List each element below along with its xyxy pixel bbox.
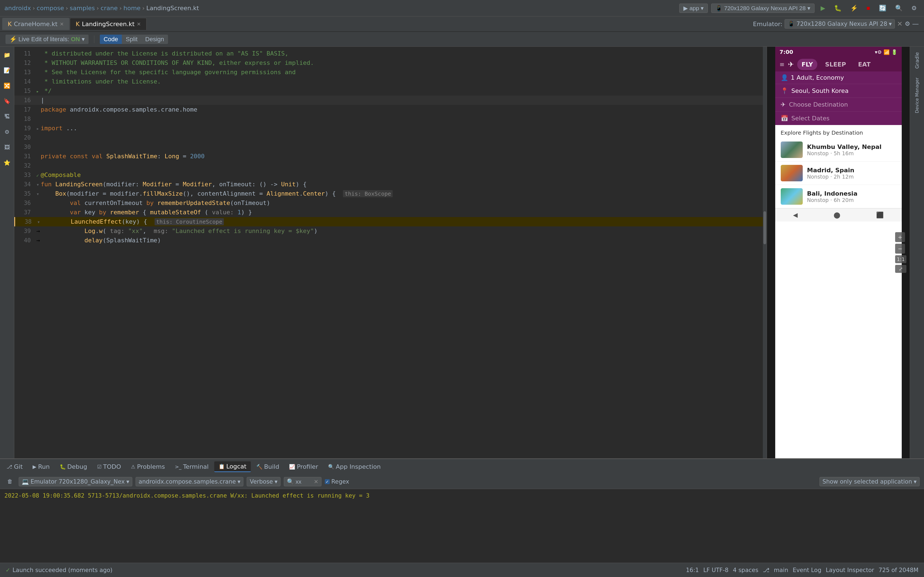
tab-terminal[interactable]: >_ Terminal [171,462,213,472]
sidebar-icon-bookmarks[interactable]: 🔖 [2,96,12,106]
choose-destination-option[interactable]: ✈ Choose Destination [775,98,902,111]
phone-back-icon[interactable]: ◀ [793,211,798,218]
live-edit-state: ON [71,36,80,43]
show-selected-dropdown[interactable]: Show only selected application ▾ [819,477,919,486]
log-line-1: 2022-05-08 19:00:35.682 5713-5713/androi… [5,491,919,500]
settings-top-button[interactable]: ⚙ [909,3,919,13]
tab-landingscreen[interactable]: K LandingScreen.kt ✕ [70,18,147,30]
tab-todo[interactable]: ☑ TODO [93,462,125,472]
fold-marker-34[interactable]: ▾ [36,182,39,187]
sidebar-icon-commit[interactable]: 📝 [2,65,12,75]
cursor-position[interactable]: 16:1 [686,567,699,574]
search-top-button[interactable]: 🔍 [892,3,905,13]
logcat-search-box[interactable]: 🔍 ✕ [284,477,321,486]
indent[interactable]: 4 spaces [733,567,758,574]
view-split-button[interactable]: Split [122,35,141,44]
regex-checkbox[interactable]: ✓ [325,479,330,484]
sidebar-icon-pullrequests[interactable]: 🔀 [2,81,12,91]
phone-bottombar: ◀ ⬤ ⬛ [775,208,902,221]
tab-problems[interactable]: ⚠ Problems [126,462,170,472]
nav-tab-sleep[interactable]: SLEEP [821,59,850,70]
zoom-in-button[interactable]: + [895,232,905,242]
phone-status-icons: ▾⚙ 📶 🔋 [875,49,897,55]
emulator-close-btn[interactable]: ✕ [897,20,903,28]
fold-marker-38[interactable]: ▾ [37,219,40,225]
nav-tab-eat[interactable]: EAT [854,59,875,70]
event-log[interactable]: Event Log [793,567,821,574]
logcat-search-clear[interactable]: ✕ [314,479,318,485]
breadcrumb-compose[interactable]: compose [37,5,64,11]
expand-button[interactable]: ⤢ [895,265,906,273]
right-sidebar-gradle[interactable]: Gradle [914,50,921,71]
phone-recents-icon[interactable]: ⬛ [876,211,884,218]
tab-build[interactable]: 🔨 Build [252,462,284,472]
breadcrumb-crane[interactable]: crane [101,5,118,11]
tab-cranehome-close[interactable]: ✕ [60,21,64,27]
right-sidebar-device-manager[interactable]: Device Manager [914,75,920,115]
logcat-search-input[interactable] [296,479,312,485]
tab-landingscreen-close[interactable]: ✕ [137,21,141,27]
select-dates-option[interactable]: 📅 Select Dates [775,111,902,125]
composable-gutter-33[interactable]: ✓ [36,173,39,178]
live-edit-dropdown-icon: ▾ [82,36,85,43]
dest-card-bali[interactable]: Bali, Indonesia Nonstop · 6h 20m [775,185,902,208]
fold-marker-19[interactable]: ▸ [36,126,39,131]
sidebar-icon-favorites[interactable]: ⭐ [2,158,12,168]
logcat-emulator-dropdown[interactable]: 💻 Emulator 720x1280_Galaxy_Nex ▾ [19,477,132,486]
view-code-button[interactable]: Code [100,35,122,44]
device-dropdown[interactable]: 📱 720x1280 Galaxy Nexus API 28 ▾ [711,3,814,13]
live-edit-button[interactable]: ⚡ Live Edit of literals: ON ▾ [5,35,89,44]
sidebar-icon-structure[interactable]: 🏗 [2,111,12,121]
breadcrumb-home[interactable]: home [123,5,141,11]
sidebar-icon-resourcemanager[interactable]: 🖼 [2,142,12,152]
debug-button[interactable]: 🐛 [831,3,844,13]
emulator-maximize-btn[interactable]: — [913,20,919,27]
profile-button[interactable]: ⚡ [848,3,861,13]
logcat-verbose-dropdown[interactable]: Verbose ▾ [247,477,281,486]
fold-marker-15[interactable]: ▸ [36,89,39,94]
tab-appinspection-label: App Inspection [336,463,381,470]
branch-name[interactable]: main [774,567,788,574]
sync-button[interactable]: 🔄 [876,3,889,13]
tab-debug[interactable]: 🐛 Debug [55,462,92,472]
dest-info-bali: Bali, Indonesia Nonstop · 6h 20m [807,190,858,203]
phone-home-icon[interactable]: ⬤ [834,211,840,218]
zoom-out-button[interactable]: − [895,244,905,254]
terminal-icon: >_ [175,464,181,469]
code-line-38: 38 ▾ LaunchedEffect(key) { this: Corouti… [14,217,767,226]
regex-toggle[interactable]: ✓ Regex [325,479,349,485]
code-editor[interactable]: 11 * distributed under the License is di… [14,47,767,458]
breadcrumb-androidx[interactable]: androidx [5,5,31,11]
nav-tab-fly[interactable]: FLY [797,59,817,70]
top-bar: androidx › compose › samples › crane › h… [0,0,924,16]
breadcrumb-samples[interactable]: samples [70,5,95,11]
tab-profiler[interactable]: 📈 Profiler [284,462,322,472]
emulator-device-dropdown[interactable]: 📱 720x1280 Galaxy Nexus API 28 ▾ [785,19,895,29]
stop-button[interactable]: ■ [864,3,873,13]
hamburger-icon[interactable]: ≡ [780,61,785,68]
fold-marker-35[interactable]: ▾ [36,191,39,197]
app-dropdown[interactable]: ▶ app ▾ [679,3,708,13]
flight-origin-option[interactable]: 📍 Seoul, South Korea [775,84,902,98]
logcat-clear-button[interactable]: 🗑 [5,477,15,486]
tab-cranehome[interactable]: K CraneHome.kt ✕ [2,18,69,30]
run-button[interactable]: ▶ [818,3,828,13]
encoding[interactable]: LF UTF-8 [703,567,729,574]
layout-inspector[interactable]: Layout Inspector [826,567,874,574]
dest-card-madrid[interactable]: Madrid, Spain Nonstop · 2h 12m [775,161,902,185]
tab-git[interactable]: ⎇ Git [2,462,27,472]
tab-debug-label: Debug [67,463,87,470]
logcat-package-dropdown[interactable]: androidx.compose.samples.crane ▾ [136,477,243,486]
editor-scrollbar[interactable] [763,47,767,458]
tab-appinspection[interactable]: 🔍 App Inspection [324,462,385,472]
sidebar-icon-project[interactable]: 📁 [2,50,12,60]
sidebar-icon-buildvariants[interactable]: ⚙ [2,127,12,137]
tab-logcat[interactable]: 📋 Logcat [214,461,251,472]
dest-card-nepal[interactable]: Khumbu Valley, Nepal Nonstop · 5h 16m [775,138,902,161]
dest-flight-bali: Nonstop · 6h 20m [807,197,858,203]
emulator-settings-btn[interactable]: ⚙ [905,20,910,27]
view-design-button[interactable]: Design [141,35,168,44]
editor-scrollbar-thumb[interactable] [763,211,766,244]
tab-run[interactable]: ▶ Run [28,462,54,472]
breadcrumb-file[interactable]: LandingScreen.kt [146,5,199,11]
